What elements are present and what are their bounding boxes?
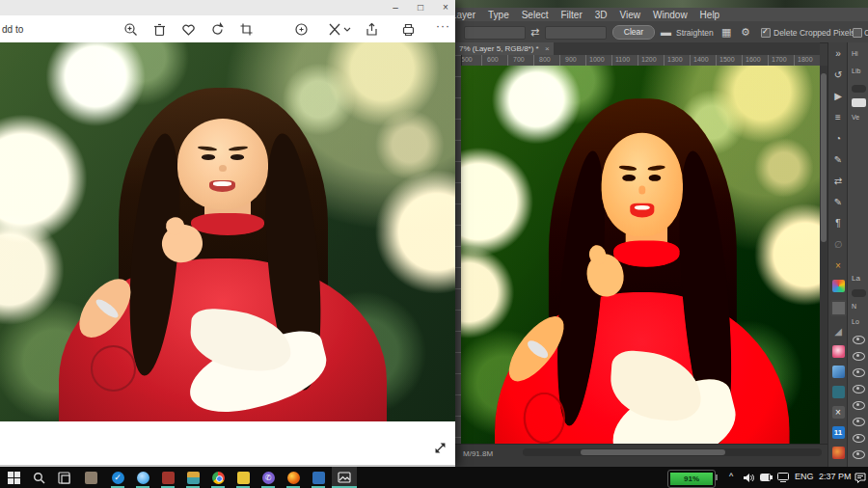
- color-wheel-icon[interactable]: [832, 280, 845, 292]
- x-thumbnail[interactable]: ×: [832, 406, 845, 419]
- print-icon[interactable]: [401, 22, 416, 37]
- language-indicator[interactable]: ENG: [795, 472, 814, 481]
- start-button[interactable]: [2, 467, 25, 488]
- info-panel-icon[interactable]: ◔: [828, 127, 848, 149]
- layer-visibility-eye-icon[interactable]: [853, 352, 865, 361]
- blue-thumbnail[interactable]: [832, 366, 845, 378]
- vertical-scrollbar[interactable]: [820, 66, 827, 444]
- zoom-icon[interactable]: [123, 22, 138, 37]
- straighten-label[interactable]: Straighten: [676, 28, 714, 38]
- menu-type[interactable]: Type: [488, 10, 509, 20]
- layer-visibility-eye-icon[interactable]: [853, 401, 865, 410]
- layer-filter-field[interactable]: [852, 289, 866, 297]
- collapse-panels-icon[interactable]: »: [828, 42, 848, 64]
- clock[interactable]: 2:37 PM: [819, 472, 852, 481]
- running-app-messenger[interactable]: [131, 467, 154, 488]
- menu-window[interactable]: Window: [653, 10, 688, 20]
- add-to-label[interactable]: dd to: [2, 24, 23, 35]
- close-group-icon[interactable]: ×: [828, 255, 848, 276]
- paragraph-panel-icon[interactable]: ¶: [828, 212, 848, 233]
- crop-icon[interactable]: [239, 22, 254, 37]
- resize-diagonal-icon[interactable]: [434, 442, 447, 454]
- running-app-blue[interactable]: [307, 467, 330, 488]
- layer-visibility-eye-icon[interactable]: [853, 385, 865, 393]
- crop-height-field[interactable]: [545, 26, 607, 40]
- content-aware-label[interactable]: Content-Aware: [864, 28, 868, 38]
- maximize-button[interactable]: □: [409, 0, 432, 15]
- blend-mode-fragment[interactable]: N: [852, 303, 856, 310]
- layer-visibility-eye-icon[interactable]: [853, 418, 865, 426]
- crop-width-field[interactable]: [464, 26, 526, 40]
- pink-thumbnail[interactable]: [832, 345, 845, 358]
- enhance-icon[interactable]: [294, 22, 309, 37]
- menu-3d[interactable]: 3D: [595, 10, 608, 20]
- running-app-check[interactable]: ✓: [106, 467, 129, 488]
- delete-cropped-pixels-checkbox[interactable]: [761, 28, 771, 38]
- libraries-tab-label[interactable]: Lib: [852, 68, 860, 74]
- running-app-notes[interactable]: [231, 467, 255, 488]
- tab-close-icon[interactable]: ×: [545, 44, 550, 53]
- library-search-field[interactable]: [852, 85, 866, 93]
- menu-help[interactable]: Help: [700, 10, 720, 20]
- tool-presets-icon[interactable]: ⇄: [828, 170, 848, 191]
- tray-battery-icon[interactable]: [758, 467, 773, 488]
- cone-3d-icon[interactable]: ◢: [828, 320, 848, 341]
- running-app-firefox[interactable]: [282, 467, 305, 488]
- running-app-red[interactable]: [156, 467, 179, 488]
- document-tab[interactable]: 7% (Layer 5, RGB/8*) * ×: [455, 42, 554, 55]
- photos-image-view[interactable]: [0, 42, 455, 421]
- close-button[interactable]: ×: [434, 0, 457, 15]
- layers-tab-label[interactable]: La: [852, 274, 860, 283]
- background-window-sliver: [455, 0, 868, 8]
- favorite-heart-icon[interactable]: [181, 22, 196, 37]
- swap-dimensions-icon[interactable]: ⇄: [530, 26, 539, 39]
- delete-cropped-pixels-label[interactable]: Delete Cropped Pixels: [773, 28, 855, 38]
- menu-select[interactable]: Select: [522, 10, 549, 20]
- layer-visibility-eye-icon[interactable]: [853, 368, 865, 377]
- layer-visibility-eye-icon[interactable]: [853, 336, 865, 344]
- histogram-tab-label[interactable]: Hi: [852, 50, 858, 57]
- photoshop-canvas[interactable]: [461, 66, 820, 444]
- crop-settings-gear-icon[interactable]: ⚙: [741, 26, 750, 39]
- horizontal-scrollbar[interactable]: [523, 448, 822, 456]
- edit-create-icon[interactable]: [328, 22, 342, 37]
- pen-paths-icon[interactable]: ✎: [828, 191, 848, 212]
- task-view-icon[interactable]: [52, 467, 75, 488]
- clear-button[interactable]: Clear: [612, 25, 655, 40]
- tray-chevron-icon[interactable]: ^: [729, 472, 733, 481]
- history-panel-icon[interactable]: ↺: [828, 64, 848, 85]
- active-app-photos[interactable]: [332, 467, 357, 488]
- adjustments-panel-icon[interactable]: ≡: [828, 106, 848, 127]
- frame-panel-icon[interactable]: [830, 300, 847, 316]
- menu-layer[interactable]: Layer: [455, 10, 475, 20]
- network-display-icon[interactable]: [775, 467, 791, 488]
- running-app-viber[interactable]: ✆: [257, 467, 280, 488]
- notification-center-icon[interactable]: [853, 467, 868, 488]
- layer-visibility-eye-icon[interactable]: [853, 450, 865, 459]
- straighten-icon[interactable]: ▬: [661, 26, 671, 38]
- see-more-icon[interactable]: ···: [436, 19, 450, 33]
- overlay-grid-icon[interactable]: ▦: [721, 26, 731, 39]
- minimize-button[interactable]: –: [384, 0, 407, 15]
- muted-panel-icon[interactable]: ∅: [828, 233, 848, 255]
- battery-percentage-widget[interactable]: 91%: [668, 471, 715, 487]
- running-app-chrome[interactable]: [206, 467, 230, 488]
- actions-panel-icon[interactable]: ▶: [828, 85, 848, 106]
- photos-titlebar[interactable]: – □ ×: [0, 0, 455, 15]
- share-icon[interactable]: [365, 22, 379, 37]
- numbered-thumbnail[interactable]: 11: [832, 426, 845, 439]
- library-button-fragment[interactable]: [852, 98, 866, 107]
- running-app-folder[interactable]: [181, 467, 204, 488]
- delete-icon[interactable]: [152, 22, 167, 37]
- menu-filter[interactable]: Filter: [561, 10, 583, 20]
- content-aware-checkbox[interactable]: [853, 28, 862, 38]
- orange-thumbnail[interactable]: [832, 447, 845, 459]
- teal-thumbnail[interactable]: [832, 386, 845, 398]
- brush-settings-icon[interactable]: ✎: [828, 149, 848, 170]
- layer-visibility-eye-icon[interactable]: [853, 434, 865, 443]
- menu-view[interactable]: View: [620, 10, 641, 20]
- rotate-icon[interactable]: [210, 22, 225, 37]
- volume-icon[interactable]: [741, 467, 756, 488]
- taskbar-search-icon[interactable]: [27, 467, 50, 488]
- pinned-app-briefcase[interactable]: [79, 467, 102, 488]
